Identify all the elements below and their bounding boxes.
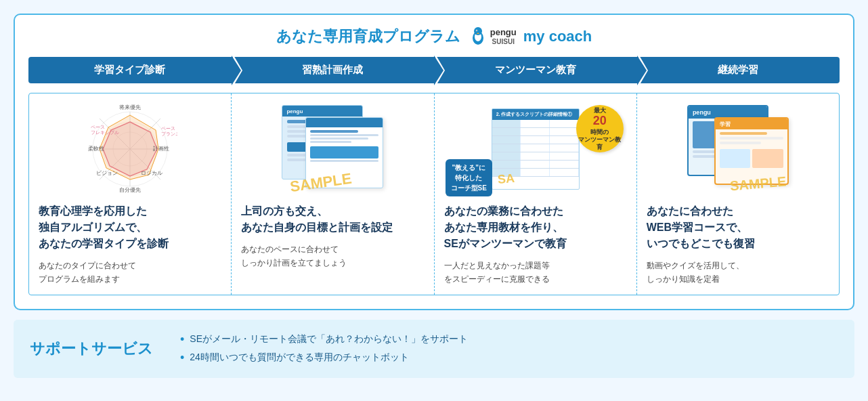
content-col-1: 将来優先 ペース プランニング 計画性 ロジカル 自分優先 ビジョン 柔軟性 ペ… <box>29 93 232 295</box>
step-header-4: 継続学習 <box>637 57 840 83</box>
pengu-logo: pengu SUISUI <box>467 26 517 47</box>
header-title-text: あなた専用育成プログラム <box>276 26 460 47</box>
badge-label: マンツーマン教育 <box>576 136 624 151</box>
svg-text:ロジカル: ロジカル <box>141 170 162 176</box>
teach-badge: "教える"に 特化した コーチ型SE <box>446 159 492 196</box>
svg-text:ペース: ペース <box>161 126 175 131</box>
support-section: サポートサービス SEがメール・リモート会議で「あれ？わからない！」をサポート … <box>14 320 854 378</box>
svg-point-4 <box>476 30 477 30</box>
col3-title: あなたの業務に合わせたあなた専用教材を作り、SEがマンツーマンで教育 <box>444 203 627 252</box>
svg-text:自分優先: 自分優先 <box>119 187 141 193</box>
content-col-4: pengu <box>637 93 839 295</box>
svg-text:計画性: 計画性 <box>153 146 169 152</box>
col1-title: 教育心理学を応用した独自アルゴリズムで、あなたの学習タイプを診断 <box>39 203 221 252</box>
col2-image: pengu <box>241 102 424 196</box>
badge-prefix: 最大 <box>594 107 606 114</box>
support-item-1: SEがメール・リモート会議で「あれ？わからない！」をサポート <box>180 331 468 349</box>
pengu-text: pengu SUISUI <box>490 28 517 45</box>
col4-subtitle: 動画やクイズを活用して、しっかり知識を定着 <box>647 259 829 287</box>
col4-title: あなたに合わせたWEB学習コースで、いつでもどこでも復習 <box>647 203 829 252</box>
support-item-2: 24時間いつでも質問ができる専用のチャットボット <box>180 349 468 367</box>
main-container: あなた専用育成プログラム pengu SUISUI my coach 学習タイプ… <box>14 14 854 310</box>
content-area: 将来優先 ペース プランニング 計画性 ロジカル 自分優先 ビジョン 柔軟性 ペ… <box>28 93 840 295</box>
svg-point-2 <box>474 27 482 35</box>
table-doc: 2. 作成するスクリプトの詳細情報① SA <box>492 108 580 190</box>
svg-text:将来優先: 将来優先 <box>118 104 141 110</box>
svg-text:プランニング: プランニング <box>161 131 177 136</box>
svg-text:ペース: ペース <box>91 125 105 129</box>
col3-image: 2. 作成するスクリプトの詳細情報① SA 最大 <box>444 102 627 196</box>
col2-subtitle: あなたのペースに合わせてしっかり計画を立てましょう <box>241 242 424 270</box>
svg-text:柔軟性: 柔軟性 <box>88 146 104 152</box>
col1-subtitle: あなたのタイプに合わせてプログラムを組みます <box>39 259 221 287</box>
steps-banner: 学習タイプ診断 習熟計画作成 マンツーマン教育 継続学習 <box>28 57 840 83</box>
svg-text:ビジョン: ビジョン <box>96 170 118 176</box>
content-col-3: 2. 作成するスクリプトの詳細情報① SA 最大 <box>435 93 637 295</box>
radar-chart: 将来優先 ペース プランニング 計画性 ロジカル 自分優先 ビジョン 柔軟性 ペ… <box>83 102 177 196</box>
step-header-1: 学習タイプ診断 <box>28 57 232 83</box>
support-list: SEがメール・リモート会議で「あれ？わからない！」をサポート 24時間いつでも質… <box>180 331 468 367</box>
col2-title: 上司の方も交え、あなた自身の目標と計画を設定 <box>241 203 424 236</box>
sample-stamp-col3: SA <box>497 171 515 187</box>
col4-image: pengu <box>647 102 829 196</box>
mycoach-text: my coach <box>523 28 592 45</box>
badge-hours: 20 <box>593 114 607 129</box>
support-title: サポートサービス <box>30 339 153 359</box>
page-header: あなた専用育成プログラム pengu SUISUI my coach <box>28 26 840 47</box>
pengu-bird-icon <box>467 26 489 47</box>
coach-badge: 最大 20 時間の マンツーマン教育 <box>576 105 624 152</box>
step-header-2: 習熟計画作成 <box>232 57 435 83</box>
step-header-3: マンツーマン教育 <box>434 57 637 83</box>
badge-unit: 時間の <box>590 129 609 136</box>
col1-image: 将来優先 ペース プランニング 計画性 ロジカル 自分優先 ビジョン 柔軟性 ペ… <box>39 102 221 196</box>
col3-subtitle: 一人だと見えなかった課題等をスピーディーに克服できる <box>444 259 627 287</box>
content-col-2: pengu <box>232 93 434 295</box>
svg-text:フレキシブル: フレキシブル <box>91 130 119 135</box>
